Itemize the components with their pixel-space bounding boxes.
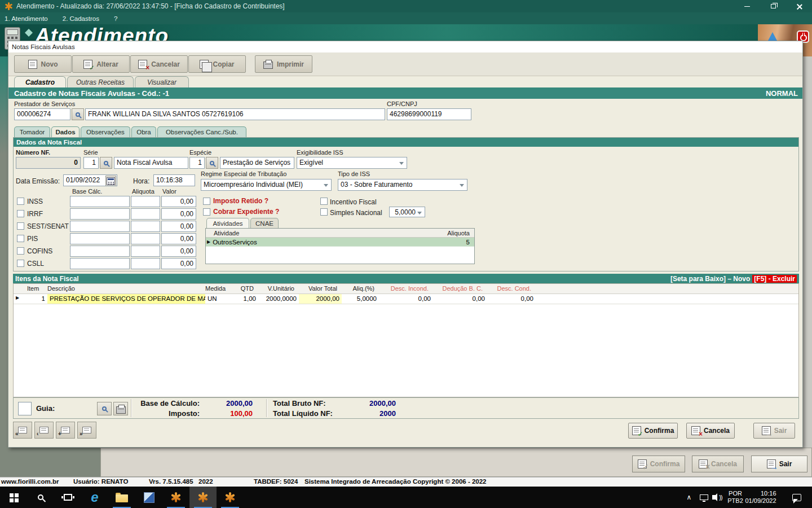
tab-observacoes[interactable]: Observações — [81, 126, 130, 137]
calendar-button[interactable] — [105, 176, 116, 186]
search-icon — [38, 494, 43, 500]
taskbar-fiorilli-3[interactable] — [217, 487, 244, 508]
fiorilli-app-icon — [224, 492, 236, 503]
cancelar-button[interactable]: × Cancelar — [130, 55, 188, 73]
tab-cnae[interactable]: CNAE — [250, 218, 279, 228]
simples-aliquota-select[interactable]: 5,0000 — [389, 207, 425, 217]
sest-checkbox[interactable] — [17, 222, 24, 230]
tab-atividades[interactable]: Atividades — [206, 218, 249, 228]
csll-valor-input[interactable]: 0,00 — [161, 258, 196, 269]
especie-search-button[interactable] — [206, 157, 218, 169]
especie-input[interactable]: 1 — [189, 157, 205, 169]
minimize-button[interactable] — [734, 0, 760, 12]
cpf-input[interactable]: 46298699000119 — [387, 108, 471, 120]
tab-outras-receitas[interactable]: Outras Receitas — [67, 76, 134, 87]
regime-select[interactable]: Microempresário Individual (MEI) — [201, 179, 332, 191]
menu-cadastros[interactable]: 2. Cadastros — [63, 15, 99, 22]
numero-input[interactable]: 0 — [16, 157, 81, 169]
serie-search-button[interactable] — [100, 157, 112, 169]
taskbar-file-explorer[interactable] — [108, 487, 135, 508]
cofins-checkbox[interactable] — [17, 247, 24, 255]
network-icon[interactable] — [697, 487, 710, 508]
last-record-button[interactable]: » — [77, 422, 96, 439]
task-view-button[interactable] — [54, 487, 81, 508]
sest-base-input[interactable] — [70, 221, 130, 232]
tipo-iss-select[interactable]: 03 - Sobre Faturamento — [338, 179, 467, 191]
inss-aliquota-input[interactable] — [131, 196, 160, 207]
pis-checkbox[interactable] — [17, 235, 24, 242]
outer-sair-button[interactable]: → Sair — [751, 456, 807, 472]
especie-desc-input[interactable]: Prestação de Serviços — [220, 157, 294, 169]
pis-aliquota-input[interactable] — [131, 233, 160, 244]
alterar-button[interactable]: ✓ Alterar — [72, 55, 130, 73]
prestador-name-input[interactable]: FRANK WILLIAN DA SILVA SANTOS 0572761910… — [85, 108, 385, 120]
tab-obra[interactable]: Obra — [131, 126, 156, 137]
tab-dados[interactable]: Dados — [51, 126, 80, 137]
csll-checkbox[interactable] — [17, 260, 24, 267]
taskbar-ie[interactable]: e — [81, 487, 108, 508]
imposto-retido-checkbox[interactable] — [203, 198, 210, 205]
irrf-checkbox[interactable] — [17, 210, 24, 217]
sest-valor-input[interactable]: 0,00 — [161, 221, 196, 232]
prestador-search-button[interactable] — [72, 108, 84, 120]
simples-nacional-checkbox[interactable] — [320, 208, 328, 216]
pis-base-input[interactable] — [70, 233, 130, 244]
taskbar-clock[interactable]: 10:1601/09/2022 — [742, 487, 779, 508]
cofins-base-input[interactable] — [70, 246, 130, 257]
taskbar-fiorilli-2-active[interactable] — [189, 487, 217, 508]
close-button[interactable] — [786, 0, 812, 12]
hora-input[interactable]: 10:16:38 — [153, 174, 195, 186]
guia-checkbox[interactable] — [18, 402, 32, 415]
data-emissao-input[interactable]: 01/09/2022 — [63, 174, 117, 186]
inss-valor-input[interactable]: 0,00 — [161, 196, 196, 207]
volume-icon[interactable]: )) — [709, 487, 725, 508]
imposto-value: 100,00 — [202, 409, 253, 418]
cofins-valor-input[interactable]: 0,00 — [161, 246, 196, 257]
irrf-base-input[interactable] — [70, 208, 130, 220]
notification-center-button[interactable] — [788, 487, 805, 508]
start-button[interactable] — [0, 487, 27, 508]
serie-input[interactable]: 1 — [83, 157, 99, 169]
next-record-button[interactable]: + — [56, 422, 75, 439]
copiar-button[interactable]: Copiar — [188, 55, 246, 73]
tab-cadastro[interactable]: Cadastro — [14, 76, 66, 87]
restore-button[interactable] — [760, 0, 786, 12]
guia-view-button[interactable] — [97, 402, 112, 415]
exigibilidade-select[interactable]: Exigível — [297, 157, 407, 169]
menu-atendimento[interactable]: 1. Atendimento — [5, 15, 48, 22]
inss-base-input[interactable] — [70, 196, 130, 207]
prestador-code-input[interactable]: 000006274 — [14, 108, 70, 120]
pis-valor-input[interactable]: 0,00 — [161, 233, 196, 244]
cancela-button[interactable]: × Cancela — [686, 423, 735, 439]
confirma-button[interactable]: ✓ Confirma — [628, 423, 678, 439]
incentivo-fiscal-checkbox[interactable] — [320, 198, 328, 205]
tray-chevron[interactable]: ∧ — [682, 487, 696, 508]
tab-observacoes-canc[interactable]: Observações Canc./Sub. — [157, 126, 246, 137]
guia-print-button[interactable] — [113, 402, 128, 415]
prior-record-button[interactable]: ‹ — [34, 422, 54, 439]
menu-help[interactable]: ? — [114, 15, 117, 22]
tab-visualizar[interactable]: Visualizar — [135, 76, 189, 87]
taskbar-fiorilli-1[interactable] — [162, 487, 189, 508]
csll-aliquota-input[interactable] — [131, 258, 160, 269]
first-record-icon: « — [18, 427, 27, 433]
serie-desc-input[interactable]: Nota Fiscal Avulsa — [114, 157, 188, 169]
taskbar-app-blue[interactable] — [135, 487, 162, 508]
taskbar-search-button[interactable] — [27, 487, 54, 508]
first-record-button[interactable]: « — [13, 422, 32, 439]
cobrar-expediente-checkbox[interactable] — [203, 208, 210, 216]
irrf-aliquota-input[interactable] — [131, 208, 160, 220]
sest-aliquota-input[interactable] — [131, 221, 160, 232]
tab-tomador[interactable]: Tomador — [14, 126, 50, 137]
cofins-aliquota-input[interactable] — [131, 246, 160, 257]
csll-base-input[interactable] — [70, 258, 130, 269]
inss-checkbox[interactable] — [17, 198, 24, 205]
imprimir-button[interactable]: Imprimir — [255, 55, 312, 73]
status-tabdef: TABDEF: 5024 — [254, 478, 298, 485]
irrf-valor-input[interactable]: 0,00 — [161, 208, 196, 220]
item-row[interactable]: ▶ 1 PRESTAÇÃO DE SERVIÇOS DE OPERADOR DE… — [14, 294, 798, 304]
total-liquido-value: 2000 — [347, 409, 396, 418]
row-marker-icon: ▶ — [14, 294, 25, 304]
atividade-row[interactable]: ▶ OutrosServiços 5 — [206, 238, 474, 247]
novo-button[interactable]: Novo — [14, 55, 72, 73]
